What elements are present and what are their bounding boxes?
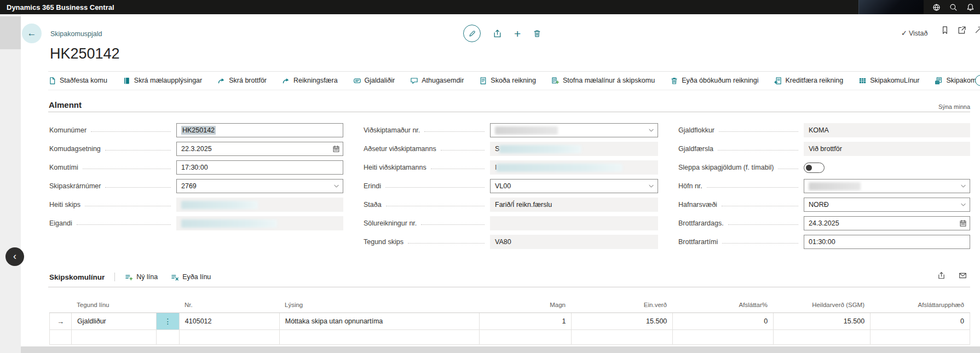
- new-button[interactable]: +: [514, 28, 521, 39]
- bookmark-icon[interactable]: [941, 26, 949, 34]
- action-skra-brottfor[interactable]: Skrá brottför: [217, 77, 267, 85]
- field-row-a-setur-vi-skiptamanns: Aðsetur viðskiptamannsS: [364, 140, 658, 158]
- field-vi-skiptama-ur-nr[interactable]: [490, 123, 658, 137]
- cell-nr[interactable]: 4105012: [180, 313, 280, 329]
- row-select-arrow: [50, 330, 72, 344]
- back-button[interactable]: ←: [22, 24, 42, 43]
- field-label: Heiti viðskiptamanns: [364, 164, 426, 171]
- collapse-pane-button[interactable]: ‹: [5, 247, 24, 266]
- column-header-lysing[interactable]: Lýsing: [279, 297, 479, 313]
- bottom-scroll-track[interactable]: [21, 346, 980, 353]
- share-lines-icon[interactable]: [937, 271, 946, 280]
- column-header-nr[interactable]: Nr.: [179, 297, 279, 313]
- trash-icon: [670, 77, 678, 85]
- line-action-ny-lina[interactable]: Ný lína: [125, 273, 158, 281]
- calendar-icon[interactable]: [959, 219, 967, 227]
- action-skipakomuf-rslur[interactable]: Skipakomufærslur: [935, 77, 980, 85]
- chevron-down-icon[interactable]: [648, 183, 655, 190]
- line-action-label: Eyða línu: [182, 273, 211, 281]
- cell-nr[interactable]: [180, 330, 280, 344]
- column-header-magn[interactable]: Magn: [479, 297, 572, 313]
- gridnew-icon: [551, 77, 560, 85]
- cell-tegund-linu[interactable]: [72, 330, 157, 344]
- dotted-leader: [421, 224, 485, 225]
- cell-ein-ver[interactable]: [572, 330, 673, 344]
- cell-afslattarupph[interactable]: 0: [871, 313, 970, 329]
- action-sta-festa-komu[interactable]: Staðfesta komu: [48, 77, 107, 85]
- dotted-leader: [408, 243, 485, 244]
- table-row: →Gjaldliður⋮4105012Móttaka skipa utan op…: [49, 313, 970, 330]
- line-action-label: Ný lína: [136, 273, 158, 281]
- field-hofn-nr[interactable]: [804, 179, 970, 193]
- column-header-afslattarupph[interactable]: Afsláttarupphæð: [871, 297, 970, 313]
- row-select-arrow: →: [50, 313, 72, 329]
- action-gjaldali-ir[interactable]: Gjaldaliðir: [353, 77, 395, 85]
- chevron-down-icon[interactable]: [648, 127, 655, 134]
- mail-icon[interactable]: [959, 271, 967, 280]
- globe-icon[interactable]: [932, 3, 941, 11]
- field-brottfarardags[interactable]: 24.3.2025: [804, 216, 970, 230]
- column-header-tegund-linu[interactable]: Tegund línu: [71, 297, 156, 313]
- show-less-link[interactable]: Sýna minna: [938, 103, 970, 110]
- column-header-afslattar[interactable]: Afsláttar%: [673, 297, 774, 313]
- redacted-value: [181, 219, 277, 228]
- field-value: VL00: [495, 182, 511, 190]
- row-menu-button[interactable]: ⋮: [157, 313, 180, 329]
- action-reikningsf-ra[interactable]: Reikningsfæra: [282, 77, 338, 85]
- chevron-down-icon[interactable]: [960, 183, 967, 190]
- cell-lysing[interactable]: [280, 330, 480, 344]
- chevron-down-icon[interactable]: [960, 201, 967, 209]
- chevron-down-icon[interactable]: [333, 183, 340, 190]
- action-stofna-m-lalinur-a-skipskomu[interactable]: Stofna mælalínur á skipskomu: [551, 77, 655, 85]
- delete-icon[interactable]: [533, 29, 541, 38]
- action-skipakomulinur[interactable]: SkipakomuLínur: [858, 77, 919, 85]
- cell-ein-ver[interactable]: 15.500: [572, 313, 673, 329]
- field-value: 24.3.2025: [809, 219, 839, 227]
- newline-icon: [125, 273, 133, 281]
- field-label: Komudagsetning: [49, 145, 101, 153]
- cell-magn[interactable]: [480, 330, 572, 344]
- column-header-ein-ver[interactable]: Ein.verð: [572, 297, 673, 313]
- action-ey-a-oboku-um-reikningi[interactable]: Eyða óbókuðum reikningi: [670, 77, 758, 85]
- field-erindi[interactable]: VL00: [490, 179, 658, 193]
- cell-magn[interactable]: 1: [480, 313, 572, 329]
- field-komutimi[interactable]: 17:30:00: [176, 160, 343, 175]
- line-action-ey-a-linu[interactable]: Eyða línu: [171, 273, 211, 281]
- action-athugasemdir[interactable]: Athugasemdir: [410, 77, 464, 85]
- screen-preview: [858, 0, 924, 14]
- field-heiti-vi-skiptamanns: I: [490, 160, 658, 175]
- divider: [48, 71, 980, 72]
- field-skipaskrarnumer[interactable]: 2769: [176, 179, 343, 193]
- cell-tegund-linu[interactable]: Gjaldliður: [72, 313, 157, 329]
- toggle-sleppa-skipagjoldum-f-timabil[interactable]: [804, 163, 825, 173]
- field-komudagsetning[interactable]: 22.3.2025: [176, 142, 343, 156]
- dotted-leader: [105, 187, 171, 188]
- app-window: Dynamics 365 Business Central ‹ ← Skipak…: [0, 0, 980, 353]
- field-brottfarartimi[interactable]: 01:30:00: [804, 235, 970, 249]
- field-row-komutimi: Komutími17:30:00: [49, 158, 343, 177]
- field-solureikningur-nr: [490, 216, 658, 230]
- share-icon[interactable]: [493, 29, 502, 38]
- dotted-leader: [91, 131, 171, 132]
- cell-afslattar[interactable]: 0: [673, 313, 774, 329]
- action-skra-m-laupplysingar[interactable]: Skrá mælaupplýsingar: [123, 77, 202, 85]
- cell-heildarver-sgm[interactable]: [774, 330, 871, 344]
- cell-afslattar[interactable]: [673, 330, 774, 344]
- action-kreditf-ra-reikning[interactable]: Kreditfæra reikning: [774, 77, 844, 85]
- field-label: Brottfarartími: [678, 238, 718, 246]
- edit-button[interactable]: [463, 25, 481, 42]
- field-komunumer[interactable]: HK250142: [176, 123, 343, 137]
- bell-icon[interactable]: [966, 3, 975, 11]
- calendar-icon[interactable]: [332, 145, 340, 153]
- field-hafnarsv-i[interactable]: NORÐ: [804, 198, 970, 212]
- dotted-leader: [431, 169, 485, 169]
- focus-mode-icon[interactable]: [975, 26, 980, 34]
- topbar: Dynamics 365 Business Central: [0, 0, 980, 14]
- cell-lysing[interactable]: Móttaka skipa utan opnunartíma: [280, 313, 480, 329]
- search-icon[interactable]: [949, 3, 958, 11]
- cell-heildarver-sgm[interactable]: 15.500: [774, 313, 871, 329]
- action-sko-a-reikning[interactable]: Skoða reikning: [479, 77, 536, 85]
- column-header-heildarver-sgm[interactable]: Heildarverð (SGM): [774, 297, 871, 313]
- cell-afslattarupph[interactable]: [871, 330, 970, 344]
- popout-icon[interactable]: [958, 26, 966, 34]
